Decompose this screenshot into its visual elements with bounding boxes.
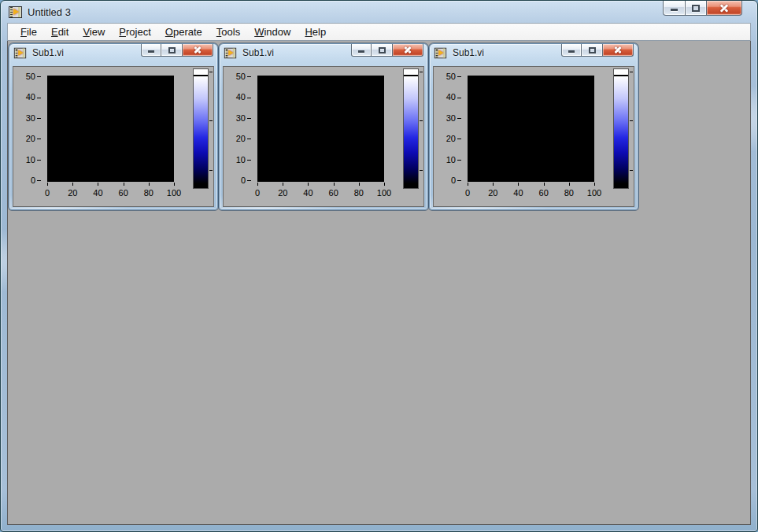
x-tick-label: 100 xyxy=(161,185,187,198)
menu-bar: FileEditViewProjectOperateToolsWindowHel… xyxy=(7,23,751,41)
title-bar[interactable]: Untitled 3 xyxy=(7,1,751,23)
y-tick-label: 30 xyxy=(15,108,42,128)
main-window: Untitled 3 FileEditViewProjectOperateToo… xyxy=(0,0,758,532)
menu-item[interactable]: File xyxy=(13,24,44,39)
intensity-plot-area[interactable] xyxy=(257,76,384,182)
subwindow[interactable]: Sub1.vi 50403020100 020406080100 xyxy=(9,43,218,210)
x-tick-label: 40 xyxy=(295,185,320,198)
maximize-icon xyxy=(692,5,700,12)
subwindow-close-button[interactable] xyxy=(393,44,423,57)
color-ramp-tick xyxy=(630,120,633,121)
menu-item[interactable]: Project xyxy=(112,24,157,39)
maximize-icon xyxy=(589,47,596,54)
menu-item[interactable]: Operate xyxy=(158,24,209,39)
subwindow-title: Sub1.vi xyxy=(242,47,274,58)
labview-vi-icon xyxy=(224,47,236,58)
close-icon xyxy=(194,46,202,54)
x-tick-label: 60 xyxy=(531,185,556,198)
maximize-icon xyxy=(379,47,386,54)
menu-item[interactable]: Edit xyxy=(44,24,76,39)
close-button[interactable] xyxy=(707,1,742,16)
front-panel: 50403020100 020406080100 xyxy=(433,66,634,207)
subwindow[interactable]: Sub1.vi 50403020100 020406080100 xyxy=(429,43,638,210)
subwindow-minimize-button[interactable] xyxy=(561,44,582,57)
intensity-plot-area[interactable] xyxy=(468,76,594,182)
x-tick-label: 100 xyxy=(372,185,397,198)
x-tick-label: 0 xyxy=(245,185,270,198)
subwindow-maximize-button[interactable] xyxy=(582,44,603,57)
y-tick-label: 20 xyxy=(435,128,462,149)
y-tick-label: 50 xyxy=(15,66,42,87)
y-tick-label: 10 xyxy=(435,150,462,170)
color-ramp-cap xyxy=(194,69,208,76)
x-axis-labels: 020406080100 xyxy=(245,185,397,198)
y-tick-label: 20 xyxy=(225,128,252,149)
y-axis-labels: 50403020100 xyxy=(225,66,252,190)
color-ramp-tick xyxy=(420,170,423,171)
window-title: Untitled 3 xyxy=(28,6,71,18)
color-ramp[interactable] xyxy=(403,68,419,189)
y-tick-label: 50 xyxy=(435,66,462,87)
x-tick-label: 60 xyxy=(321,185,346,198)
x-tick-label: 80 xyxy=(556,185,582,198)
y-tick-label: 40 xyxy=(15,87,42,107)
color-ramp-tick xyxy=(209,170,213,171)
x-tick-label: 0 xyxy=(35,185,60,198)
color-ramp-tick xyxy=(209,120,213,121)
color-ramp-tick xyxy=(209,72,213,72)
subwindow-close-button[interactable] xyxy=(603,44,634,57)
labview-vi-icon xyxy=(9,6,22,18)
minimize-icon xyxy=(358,50,364,53)
color-ramp[interactable] xyxy=(613,68,629,189)
close-icon xyxy=(614,46,623,54)
minimize-button[interactable] xyxy=(663,1,686,16)
x-tick-label: 40 xyxy=(505,185,531,198)
color-ramp-tick xyxy=(630,72,633,72)
y-tick-label: 10 xyxy=(15,150,42,170)
subwindow-caption-buttons xyxy=(141,44,213,57)
subwindow-title: Sub1.vi xyxy=(32,47,64,58)
menu-item[interactable]: Help xyxy=(298,24,333,39)
color-ramp-gradient xyxy=(404,76,418,188)
subwindow-minimize-button[interactable] xyxy=(141,44,161,57)
subwindow-maximize-button[interactable] xyxy=(372,44,393,57)
y-tick-label: 20 xyxy=(15,128,42,149)
subwindow-title-bar[interactable]: Sub1.vi xyxy=(220,44,427,61)
subwindow[interactable]: Sub1.vi 50403020100 020406080100 xyxy=(219,43,428,210)
y-axis-labels: 50403020100 xyxy=(15,66,42,190)
subwindow-title-bar[interactable]: Sub1.vi xyxy=(9,44,217,61)
minimize-icon xyxy=(148,50,154,53)
subwindow-caption-buttons xyxy=(561,44,634,57)
maximize-button[interactable] xyxy=(686,1,707,16)
x-tick-label: 80 xyxy=(136,185,161,198)
color-ramp-gradient xyxy=(194,76,208,188)
y-tick-label: 40 xyxy=(435,87,462,107)
minimize-icon xyxy=(671,9,678,11)
x-tick-label: 100 xyxy=(582,185,607,198)
x-axis-labels: 020406080100 xyxy=(35,185,187,198)
x-tick-label: 0 xyxy=(455,185,480,198)
color-ramp-cap xyxy=(614,69,628,76)
subwindow-title-bar[interactable]: Sub1.vi xyxy=(430,44,638,61)
y-tick-label: 40 xyxy=(225,87,252,107)
menu-item[interactable]: Tools xyxy=(209,24,247,39)
subwindow-close-button[interactable] xyxy=(183,44,213,57)
color-ramp-tick xyxy=(420,120,423,121)
color-ramp-cap xyxy=(404,69,418,76)
subwindow-maximize-button[interactable] xyxy=(161,44,183,57)
y-tick-label: 30 xyxy=(435,108,462,128)
close-icon xyxy=(404,46,412,54)
menu-item[interactable]: Window xyxy=(247,24,298,39)
color-ramp[interactable] xyxy=(193,68,209,189)
subwindow-title: Sub1.vi xyxy=(453,47,484,58)
menu-item[interactable]: View xyxy=(76,24,112,39)
maximize-icon xyxy=(168,47,176,54)
x-tick-label: 20 xyxy=(270,185,295,198)
x-tick-label: 60 xyxy=(111,185,136,198)
intensity-plot-area[interactable] xyxy=(47,76,174,182)
subwindow-minimize-button[interactable] xyxy=(351,44,372,57)
close-icon xyxy=(720,4,729,13)
color-ramp-tick xyxy=(420,72,423,72)
minimize-icon xyxy=(568,50,575,53)
y-tick-label: 50 xyxy=(225,66,252,87)
